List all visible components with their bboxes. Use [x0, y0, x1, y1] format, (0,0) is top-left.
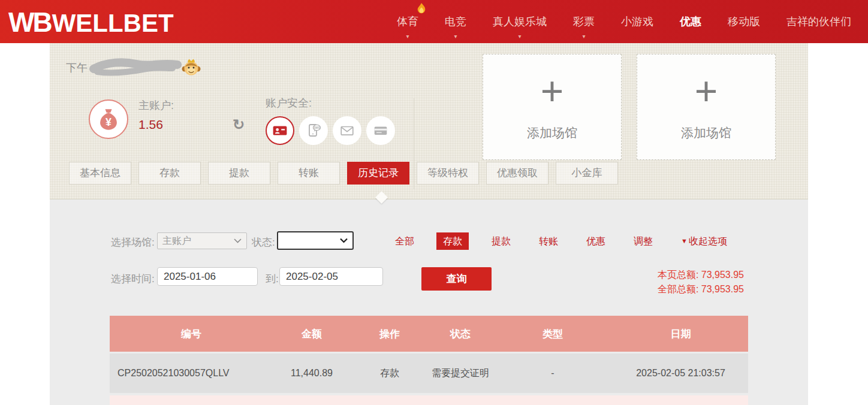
monkey-emoji-icon	[181, 58, 201, 78]
col-header-amount: 金额	[273, 327, 351, 341]
tab-basic-info[interactable]: 基本信息	[69, 162, 131, 185]
all-total: 全部总额: 73,953.95	[658, 282, 744, 297]
tab-deposit[interactable]: 存款	[138, 162, 201, 185]
page-total: 本页总额: 73,953.95	[658, 268, 744, 282]
main-account-label: 主账户:	[138, 98, 174, 113]
date-from-input[interactable]	[157, 267, 258, 286]
refresh-balance-icon[interactable]: ↻	[230, 116, 248, 134]
chevron-down-icon: ▾	[454, 34, 457, 40]
search-button[interactable]: 查询	[421, 267, 492, 291]
top-navbar: WB WELLBET 体育 ▾ 电竞 ▾ 真人娱乐城 ▾ 彩票	[0, 0, 868, 43]
cell-date: 2025-02-05 21:03:57	[613, 367, 748, 380]
table-row: CP25020521030057QLLV 11,440.89 存款 需要提交证明…	[110, 353, 748, 393]
to-label: 到:	[266, 272, 279, 286]
sms-phone-icon[interactable]: SMS	[299, 116, 328, 145]
cell-id: CP25020521030057QLLV	[110, 367, 273, 380]
filter-deposit[interactable]: 存款	[436, 232, 469, 250]
table-header-row: 编号 金额 操作 状态 类型 日期	[110, 316, 748, 352]
add-venue-panel-2[interactable]: + 添加场馆	[637, 54, 776, 160]
id-verification-icon[interactable]	[266, 116, 294, 145]
hot-flame-icon	[416, 2, 427, 16]
nav-item-mobile[interactable]: 移动版	[728, 0, 760, 43]
tab-history[interactable]: 历史记录	[347, 162, 409, 185]
svg-text:SMS: SMS	[314, 126, 320, 129]
main-nav: 体育 ▾ 电竞 ▾ 真人娱乐城 ▾ 彩票 ▾ 小游戏	[397, 0, 851, 43]
nav-item-esports[interactable]: 电竞 ▾	[445, 0, 466, 43]
account-security-label: 账户安全:	[266, 96, 312, 110]
section-divider	[414, 98, 414, 189]
logo-wordmark: WELLBET	[52, 9, 174, 38]
plus-icon: +	[541, 73, 564, 109]
cell-operation: 存款	[351, 367, 429, 380]
add-venue-panel-1[interactable]: + 添加场馆	[483, 54, 622, 160]
col-header-date: 日期	[613, 327, 748, 341]
col-header-type: 类型	[492, 327, 613, 341]
filter-all[interactable]: 全部	[395, 232, 414, 250]
venue-select[interactable]: 主账户	[157, 232, 247, 249]
tab-vip-privilege[interactable]: 等级特权	[417, 162, 479, 185]
page-root: WB WELLBET 体育 ▾ 电竞 ▾ 真人娱乐城 ▾ 彩票	[0, 0, 868, 405]
nav-item-lottery[interactable]: 彩票 ▾	[573, 0, 595, 43]
cell-status: 需要提交证明	[429, 367, 492, 380]
filter-withdraw[interactable]: 提款	[492, 232, 511, 250]
status-filter-label: 状态:	[252, 235, 275, 249]
chevron-down-icon: ▾	[518, 34, 521, 40]
col-header-operation: 操作	[351, 327, 429, 341]
redacted-username-scribble	[89, 57, 185, 78]
nav-item-live-casino[interactable]: 真人娱乐城 ▾	[493, 0, 547, 43]
table-row-partial	[110, 395, 748, 405]
chevron-down-icon: ▾	[582, 34, 585, 40]
logo-monogram: WB	[8, 6, 51, 38]
security-icons: SMS	[266, 116, 395, 145]
cell-amount: 11,440.89	[273, 367, 351, 380]
totals-summary: 本页总额: 73,953.95 全部总额: 73,953.95	[658, 268, 744, 297]
col-header-id: 编号	[110, 327, 273, 341]
tab-promo-claim[interactable]: 优惠领取	[486, 162, 548, 185]
chevron-down-icon: ▾	[406, 34, 409, 40]
tab-withdraw[interactable]: 提款	[208, 162, 270, 185]
plus-icon: +	[695, 73, 718, 109]
date-to-input[interactable]	[279, 267, 383, 286]
svg-text:¥: ¥	[106, 116, 111, 128]
email-icon[interactable]	[333, 116, 361, 145]
chevron-down-icon	[340, 238, 348, 243]
tab-transfer[interactable]: 转账	[278, 162, 340, 185]
filter-adjust[interactable]: 调整	[634, 232, 653, 250]
nav-item-promotions[interactable]: 优惠	[680, 0, 701, 43]
bank-card-icon[interactable]	[366, 116, 395, 145]
triangle-down-icon: ▼	[681, 232, 688, 250]
nav-item-partners[interactable]: 吉祥的伙伴们	[786, 0, 851, 43]
tab-vault[interactable]: 小金库	[556, 162, 618, 185]
col-header-status: 状态	[429, 327, 492, 341]
account-panel: 下午 ¥ 主账户:	[50, 43, 808, 200]
history-content: 选择场馆: 主账户 状态: 全部 存款 提款 转账 优惠 调整 ▼ 收起选项 选…	[50, 200, 808, 405]
chevron-down-icon	[234, 238, 242, 243]
greeting: 下午	[66, 56, 201, 79]
wellbet-logo[interactable]: WB WELLBET	[8, 6, 174, 38]
cell-type: -	[492, 367, 613, 380]
money-bag-icon: ¥	[89, 99, 128, 139]
filter-transfer[interactable]: 转账	[539, 232, 558, 250]
nav-item-minigames[interactable]: 小游戏	[621, 0, 653, 43]
collapse-options-link[interactable]: ▼ 收起选项	[681, 232, 727, 250]
account-balance: 1.56	[138, 117, 163, 132]
greeting-text: 下午	[66, 61, 88, 75]
history-table: 编号 金额 操作 状态 类型 日期 CP25020521030057QLLV 1…	[110, 316, 748, 405]
filter-promo[interactable]: 优惠	[586, 232, 605, 250]
status-select[interactable]	[277, 231, 354, 250]
time-filter-label: 选择时间:	[111, 272, 155, 286]
nav-item-sports[interactable]: 体育 ▾	[397, 0, 418, 43]
venue-filter-label: 选择场馆:	[111, 235, 155, 249]
